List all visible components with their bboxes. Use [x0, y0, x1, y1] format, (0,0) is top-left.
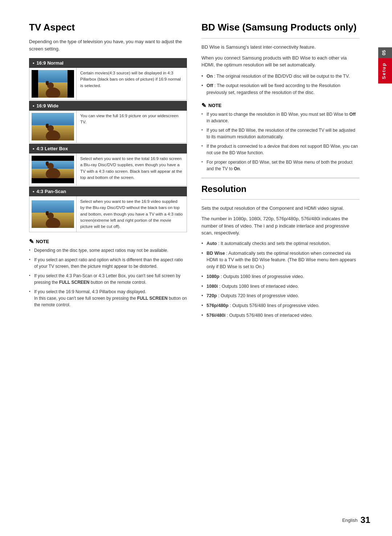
sky-band-panscan: [32, 200, 74, 213]
resolution-1080i: 1080i : Outputs 1080 lines of interlaced…: [201, 283, 359, 290]
bd-wise-paragraph: When you connect Samsung products with B…: [201, 54, 359, 69]
resolution-bd-wise: BD Wise : Automatically sets the optimal…: [201, 250, 359, 270]
language-label: English: [342, 517, 358, 523]
aspect-body-16-9-normal: Certain movies(4:3 source) will be displ…: [29, 68, 187, 100]
resolution-576p-480p-label: 576p/480p: [207, 303, 228, 308]
dog-ear-letterbox: [46, 161, 49, 166]
bd-wise-on: On : The original resolution of the BD/D…: [201, 73, 359, 80]
aspect-image-16-9-normal: [29, 68, 77, 100]
note-title: ✎ NOTE: [29, 238, 187, 245]
tv-aspect-title: TV Aspect: [29, 22, 187, 33]
aspect-label-16-9-normal: 16:9 Normal: [37, 60, 64, 66]
aspect-body-4-3-letterbox: Select when you want to see the total 16…: [29, 154, 187, 186]
bullet-icon: •: [33, 146, 34, 151]
inner-scene-letterbox: [32, 161, 74, 178]
bd-wise-off-label: Off: [207, 83, 213, 88]
inner-scene-normal: [38, 70, 68, 98]
dog-silhouette-wide: [46, 130, 60, 140]
bullet-icon: •: [33, 189, 34, 194]
chapter-label: Setup: [378, 58, 392, 83]
dog-silhouette-letterbox: [46, 168, 60, 178]
resolution-720p: 720p : Outputs 720 lines of progressive …: [201, 292, 359, 299]
aspect-image-4-3-letterbox: [29, 154, 77, 185]
resolution-bullet-list: Auto : It automatically checks and sets …: [201, 240, 359, 319]
aspect-header-16-9-normal: • 16:9 Normal: [29, 58, 187, 68]
note-icon: ✎: [29, 238, 34, 245]
dog-head-letterbox: [47, 163, 54, 169]
resolution-1080i-label: 1080i: [207, 284, 218, 289]
resolution-576i-480i: 576i/480i : Outputs 576/480 lines of int…: [201, 312, 359, 319]
bd-wise-bullet-list: On : The original resolution of the BD/D…: [201, 73, 359, 96]
aspect-desc-4-3-letterbox: Select when you want to see the total 16…: [77, 154, 187, 185]
aspect-header-4-3-panscan: • 4:3 Pan-Scan: [29, 187, 187, 196]
scene-16-9-normal: [32, 70, 74, 98]
bd-wise-off: Off : The output resolution will be fixe…: [201, 82, 359, 96]
resolution-intro-1: Sets the output resolution of the Compon…: [201, 205, 359, 212]
tv-aspect-note-list: Depending on the disc type, some aspect …: [29, 247, 187, 308]
bd-wise-note-list: If you want to change the resolution in …: [201, 111, 359, 172]
bd-wise-title: BD Wise (Samsung Products only): [201, 22, 359, 33]
resolution-720p-label: 720p: [207, 293, 217, 298]
right-column: BD Wise (Samsung Products only) BD Wise …: [201, 22, 359, 514]
dog-ear-panscan: [46, 211, 49, 216]
tv-note-item-3: If you select the 4:3 Pan-Scan or 4:3 Le…: [29, 273, 187, 286]
left-column: TV Aspect Depending on the type of telev…: [29, 22, 187, 514]
aspect-option-16-9-normal: • 16:9 Normal: [29, 58, 187, 100]
note-label: NOTE: [36, 239, 49, 244]
bd-wise-note-label: NOTE: [208, 103, 221, 108]
full-screen-bold-1: FULL SCREEN: [59, 280, 90, 285]
aspect-option-4-3-letterbox: • 4:3 Letter Box: [29, 144, 187, 186]
tv-aspect-note: ✎ NOTE Depending on the disc type, some …: [29, 238, 187, 308]
tv-note-item-1: Depending on the disc type, some aspect …: [29, 247, 187, 254]
bd-wise-off-bold: Off: [350, 112, 356, 117]
dog-silhouette: [46, 87, 60, 98]
resolution-1080p: 1080p : Outputs 1080 lines of progressiv…: [201, 273, 359, 280]
aspect-image-4-3-panscan: [29, 196, 77, 232]
resolution-section-divider: [201, 199, 359, 200]
aspect-desc-16-9-wide: You can view the full 16:9 picture on yo…: [77, 111, 187, 143]
chapter-number: 05: [378, 47, 392, 58]
bd-wise-divider: [201, 38, 359, 38]
dog-head-wide: [47, 125, 54, 131]
aspect-label-4-3-letterbox: 4:3 Letter Box: [37, 146, 68, 151]
sky-band: [38, 70, 68, 82]
aspect-body-16-9-wide: You can view the full 16:9 picture on yo…: [29, 111, 187, 143]
page-number: 31: [360, 515, 370, 525]
dog-head: [47, 82, 54, 88]
sky-band-wide: [32, 113, 74, 125]
bd-wise-note: ✎ NOTE If you want to change the resolut…: [201, 102, 359, 172]
resolution-auto: Auto : It automatically checks and sets …: [201, 240, 359, 247]
side-tab: 05 Setup: [378, 47, 392, 84]
bd-wise-note-2: If you set off the BD Wise, the resoluti…: [201, 127, 359, 140]
resolution-intro-2: The number in 1080p, 1080i, 720p, 576p/4…: [201, 215, 359, 237]
bd-wise-note-1: If you want to change the resolution in …: [201, 111, 359, 124]
tv-note-item-4: If you select the 16:9 Normal, 4:3 Pilla…: [29, 289, 187, 308]
full-screen-bold-2: FULL SCREEN: [137, 296, 168, 301]
scene-4-3-panscan: [32, 200, 74, 228]
scene-4-3-letterbox: [32, 156, 74, 183]
bullet-icon: •: [33, 60, 34, 66]
resolution-auto-label: Auto: [207, 241, 217, 246]
aspect-desc-16-9-normal: Certain movies(4:3 source) will be displ…: [77, 68, 187, 100]
bd-wise-on-label: On: [207, 74, 213, 79]
bd-wise-intro: BD Wise is Samsung's latest inter-connec…: [201, 44, 359, 51]
resolution-1080p-label: 1080p: [207, 274, 219, 279]
dog-ear: [46, 81, 49, 85]
aspect-option-16-9-wide: • 16:9 Wide: [29, 101, 187, 143]
aspect-body-4-3-panscan: Select when you want to see the 16:9 vid…: [29, 196, 187, 232]
tv-note-item-2: If you select an aspect ratio and option…: [29, 257, 187, 270]
dog-head-panscan: [47, 213, 54, 218]
resolution-divider: [201, 178, 359, 178]
tv-aspect-intro: Depending on the type of television you …: [29, 38, 187, 52]
aspect-label-16-9-wide: 16:9 Wide: [37, 103, 59, 109]
aspect-header-4-3-letterbox: • 4:3 Letter Box: [29, 144, 187, 154]
aspect-label-4-3-panscan: 4:3 Pan-Scan: [37, 189, 66, 194]
bd-wise-note-icon: ✎: [201, 102, 206, 109]
scene-16-9-wide: [32, 113, 74, 140]
bd-wise-note-3: If the product is connected to a device …: [201, 143, 359, 156]
bd-wise-on-bold: On: [234, 166, 240, 171]
bd-wise-note-title: ✎ NOTE: [201, 102, 359, 109]
aspect-desc-4-3-panscan: Select when you want to see the 16:9 vid…: [77, 196, 187, 232]
bullet-icon: •: [33, 103, 34, 109]
aspect-image-16-9-wide: [29, 111, 77, 143]
